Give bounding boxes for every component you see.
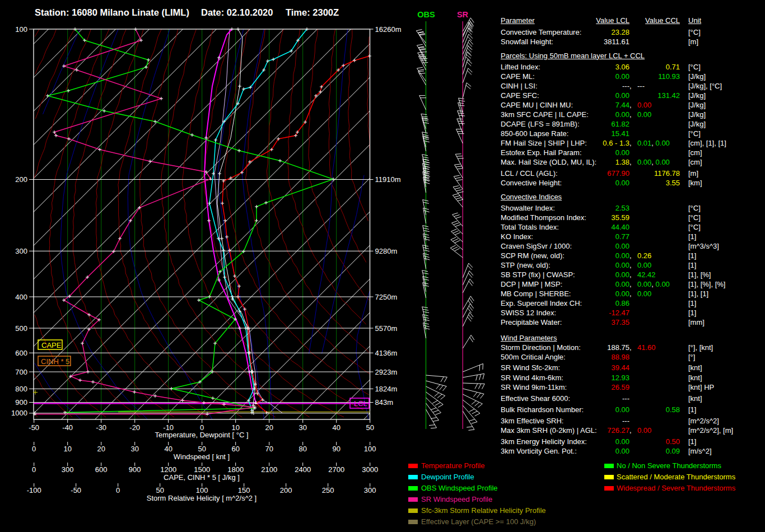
- svg-text:1200: 1200: [160, 465, 176, 474]
- svg-text:40: 40: [164, 445, 172, 453]
- svg-text:50: 50: [198, 445, 206, 453]
- svg-text:40: 40: [332, 423, 340, 432]
- svg-text:1000: 1000: [11, 409, 27, 417]
- svg-text:CAPE, CINH * 5 [ J/kg ]: CAPE, CINH * 5 [ J/kg ]: [164, 473, 240, 482]
- svg-text:200: 200: [15, 175, 27, 184]
- svg-text:70: 70: [265, 445, 273, 453]
- svg-text:60: 60: [231, 445, 239, 453]
- svg-text:300: 300: [364, 486, 376, 494]
- svg-text:600: 600: [95, 465, 108, 474]
- svg-text:-50: -50: [71, 486, 81, 494]
- svg-text:20: 20: [97, 445, 105, 453]
- svg-text:843m: 843m: [375, 398, 394, 407]
- svg-text:-20: -20: [129, 423, 140, 432]
- svg-text:1800: 1800: [227, 465, 244, 474]
- svg-text:3000: 3000: [362, 465, 378, 474]
- svg-text:4136m: 4136m: [375, 349, 398, 357]
- svg-text:100: 100: [196, 486, 208, 494]
- svg-text:300: 300: [15, 247, 27, 255]
- svg-text:50: 50: [366, 423, 374, 432]
- svg-text:500: 500: [15, 324, 27, 333]
- svg-text:30: 30: [298, 423, 306, 432]
- svg-text:600: 600: [15, 349, 27, 357]
- svg-text:7250m: 7250m: [375, 293, 398, 301]
- svg-text:0: 0: [32, 465, 36, 474]
- svg-text:30: 30: [130, 445, 138, 453]
- svg-text:400: 400: [15, 293, 27, 301]
- svg-text:700: 700: [15, 368, 27, 376]
- svg-text:OBS: OBS: [417, 10, 435, 19]
- svg-text:300: 300: [62, 465, 74, 474]
- svg-text:5570m: 5570m: [375, 324, 398, 333]
- svg-text:16260m: 16260m: [375, 25, 402, 34]
- svg-text:900: 900: [129, 465, 141, 474]
- svg-text:CAPE: CAPE: [41, 341, 62, 349]
- svg-text:2923m: 2923m: [375, 368, 398, 376]
- svg-text:90: 90: [332, 445, 340, 453]
- svg-text:100: 100: [15, 25, 27, 34]
- svg-text:0: 0: [116, 486, 120, 494]
- svg-text:2100: 2100: [261, 465, 277, 474]
- svg-text:1824m: 1824m: [375, 385, 398, 393]
- svg-text:80: 80: [298, 445, 306, 453]
- svg-text:11910m: 11910m: [375, 175, 401, 184]
- svg-text:Storm Relative Helicity [ m^2: Storm Relative Helicity [ m^2/s^2 ]: [147, 494, 256, 502]
- svg-text:2700: 2700: [328, 465, 344, 474]
- svg-text:Windspeed [ knt ]: Windspeed [ knt ]: [174, 452, 230, 461]
- svg-text:-30: -30: [96, 423, 106, 432]
- svg-text:0: 0: [32, 445, 36, 453]
- svg-text:SR: SR: [457, 10, 469, 19]
- svg-text:Temperature, Dewpoint [ °C ]: Temperature, Dewpoint [ °C ]: [155, 431, 248, 439]
- svg-text:-40: -40: [62, 423, 73, 432]
- svg-text:200: 200: [280, 486, 292, 494]
- svg-text:100: 100: [364, 445, 376, 453]
- svg-text:2400: 2400: [295, 465, 311, 474]
- svg-text:-50: -50: [29, 423, 39, 432]
- svg-text:20: 20: [265, 423, 273, 432]
- svg-text:1500: 1500: [194, 465, 210, 474]
- svg-text:-100: -100: [27, 486, 41, 494]
- svg-text:150: 150: [238, 486, 250, 494]
- svg-text:LCL: LCL: [354, 399, 367, 408]
- svg-text:9280m: 9280m: [375, 247, 398, 255]
- svg-text:CINH * 5: CINH * 5: [41, 357, 69, 366]
- svg-text:10: 10: [63, 445, 71, 453]
- svg-text:900: 900: [15, 398, 27, 407]
- svg-text:50: 50: [156, 486, 164, 494]
- svg-text:250: 250: [322, 486, 334, 494]
- svg-text:800: 800: [15, 385, 27, 393]
